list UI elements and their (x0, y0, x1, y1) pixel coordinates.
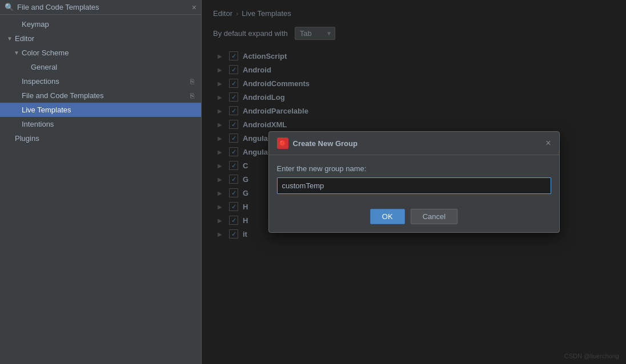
sidebar-item-live-templates-label: Live Templates (22, 106, 71, 114)
sidebar-list: Keymap Editor Color Scheme General Inspe… (0, 15, 201, 364)
search-icon: 🔍 (5, 3, 14, 11)
sidebar: 🔍 × Keymap Editor Color Scheme (0, 0, 202, 364)
dialog-titlebar: 🔴 Create New Group × (269, 132, 559, 155)
inspections-copy-icon: ⎘ (190, 78, 194, 86)
sidebar-item-inspections[interactable]: Inspections ⎘ (0, 74, 201, 88)
sidebar-item-color-scheme-label: Color Scheme (22, 48, 69, 57)
search-bar: 🔍 × (0, 0, 201, 15)
dialog-app-icon: 🔴 (277, 137, 288, 149)
dialog-field-label: Enter the new group name: (277, 164, 551, 173)
sidebar-item-keymap-label: Keymap (22, 20, 49, 29)
sidebar-item-color-scheme[interactable]: Color Scheme (0, 46, 201, 60)
dialog-overlay: 🔴 Create New Group × Enter the new group… (202, 0, 626, 364)
sidebar-item-plugins[interactable]: Plugins (0, 131, 201, 145)
color-scheme-triangle (14, 50, 19, 56)
sidebar-item-inspections-label: Inspections (22, 77, 59, 86)
sidebar-item-editor[interactable]: Editor (0, 31, 201, 46)
create-group-dialog: 🔴 Create New Group × Enter the new group… (268, 131, 560, 233)
main-content: Editor › Live Templates By default expan… (202, 0, 626, 364)
sidebar-item-general-label: General (31, 63, 57, 71)
sidebar-item-live-templates[interactable]: Live Templates (0, 103, 201, 117)
editor-triangle (7, 35, 13, 42)
sidebar-item-file-code-templates-label: File and Code Templates (22, 91, 104, 100)
dialog-title: Create New Group (293, 139, 541, 148)
sidebar-item-file-code-templates[interactable]: File and Code Templates ⎘ (0, 88, 201, 103)
file-templates-copy-icon: ⎘ (190, 92, 194, 100)
cancel-button[interactable]: Cancel (411, 209, 458, 224)
search-input[interactable] (17, 3, 188, 11)
clear-icon[interactable]: × (192, 3, 196, 11)
sidebar-item-plugins-label: Plugins (15, 134, 39, 143)
dialog-footer: OK Cancel (269, 203, 559, 232)
sidebar-item-editor-label: Editor (15, 34, 34, 43)
dialog-body: Enter the new group name: (269, 155, 559, 203)
dialog-icon-label: 🔴 (279, 140, 286, 146)
sidebar-item-keymap[interactable]: Keymap (0, 17, 201, 31)
group-name-input[interactable] (277, 177, 551, 194)
sidebar-item-intentions[interactable]: Intentions (0, 117, 201, 131)
dialog-close-button[interactable]: × (545, 139, 551, 148)
sidebar-item-intentions-label: Intentions (22, 120, 54, 128)
app-container: 🔍 × Keymap Editor Color Scheme (0, 0, 626, 364)
ok-button[interactable]: OK (370, 209, 405, 224)
sidebar-item-general[interactable]: General (0, 60, 201, 74)
